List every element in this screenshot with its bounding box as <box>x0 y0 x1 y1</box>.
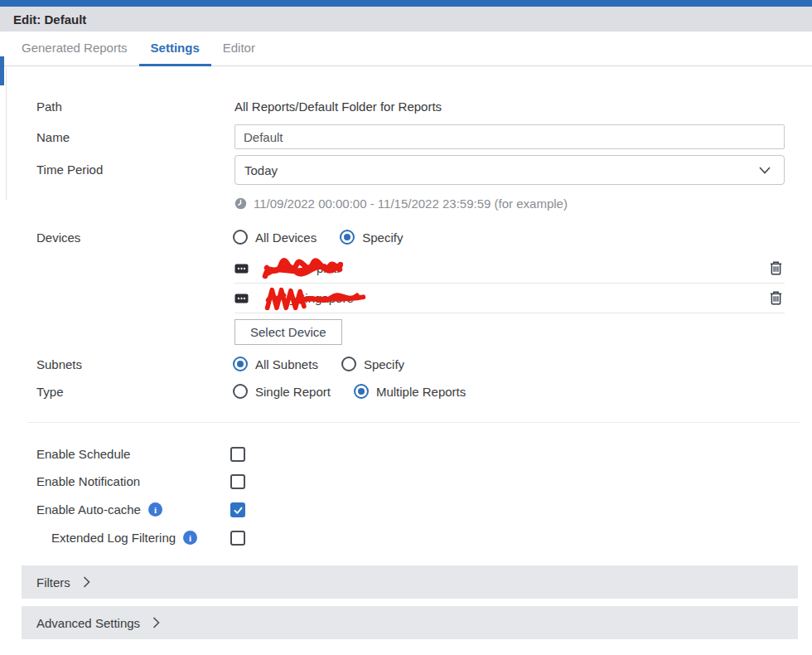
enable-notification-checkbox[interactable] <box>230 474 245 489</box>
time-period-value: Today <box>244 163 278 177</box>
toggle-row-enable-auto-cache: Enable Auto-cache i <box>0 502 812 517</box>
time-range-hint: 11/09/2022 00:00:00 - 11/15/2022 23:59:5… <box>234 196 568 211</box>
left-panel-edge <box>6 67 7 200</box>
section-label: Filters <box>36 575 70 590</box>
left-accent-strip <box>0 56 4 85</box>
tab-bar: Generated Reports Settings Editor <box>0 32 812 66</box>
name-label: Name <box>36 130 70 144</box>
radio-button[interactable] <box>233 230 248 245</box>
toggle-label-text: Enable Schedule <box>36 447 130 461</box>
time-range-text: 11/09/2022 00:00:00 - 11/15/2022 23:59:5… <box>254 196 568 211</box>
device-icon <box>234 264 249 274</box>
checkmark-icon <box>233 505 244 516</box>
time-period-select[interactable]: Today <box>234 155 785 185</box>
radio-multiple-reports[interactable]: Multiple Reports <box>354 384 466 399</box>
radio-label: Specify <box>364 357 404 371</box>
select-device-button[interactable]: Select Device <box>234 319 342 345</box>
chevron-right-icon <box>83 576 90 588</box>
device-row: pital <box>234 254 785 284</box>
radio-button[interactable] <box>341 357 356 371</box>
path-value: All Reports/Default Folder for Reports <box>234 99 442 114</box>
clock-icon <box>234 197 247 210</box>
name-input[interactable] <box>234 124 785 149</box>
device-name-visible-text: pital <box>252 261 340 275</box>
extended-log-filtering-checkbox[interactable] <box>230 531 245 546</box>
radio-label: All Subnets <box>255 357 318 371</box>
toggle-label-text: Enable Notification <box>36 474 140 488</box>
subnets-label: Subnets <box>36 357 82 371</box>
device-icon <box>234 294 249 303</box>
chevron-down-icon <box>759 167 771 174</box>
chevron-right-icon <box>152 617 160 628</box>
tab-editor[interactable]: Editor <box>211 32 267 66</box>
type-radio-group: Single Report Multiple Reports <box>233 384 466 399</box>
radio-label: Specify <box>362 230 403 245</box>
dialog-title: Edit: Default <box>0 7 812 32</box>
enable-auto-cache-checkbox[interactable] <box>230 502 245 517</box>
tab-settings[interactable]: Settings <box>139 32 211 66</box>
tab-generated-reports[interactable]: Generated Reports <box>10 32 139 66</box>
extended-log-filtering-label: Extended Log Filtering i <box>51 531 197 545</box>
device-row: _Singapore <box>234 284 785 313</box>
radio-label: Single Report <box>255 385 331 399</box>
path-label: Path <box>36 99 62 114</box>
enable-schedule-checkbox[interactable] <box>230 447 245 462</box>
delete-device-button[interactable] <box>769 290 783 306</box>
enable-notification-label: Enable Notification <box>36 474 140 488</box>
delete-device-button[interactable] <box>769 260 783 276</box>
radio-all-devices[interactable]: All Devices <box>233 230 317 245</box>
trash-icon <box>769 296 783 308</box>
enable-auto-cache-label: Enable Auto-cache i <box>36 502 162 517</box>
enable-schedule-label: Enable Schedule <box>36 447 130 461</box>
info-icon[interactable]: i <box>183 531 197 545</box>
section-divider <box>27 422 800 423</box>
trash-icon <box>769 266 783 279</box>
edit-report-dialog: Edit: Default Generated Reports Settings… <box>0 0 812 655</box>
selected-device-list: pital <box>234 254 785 313</box>
info-icon[interactable]: i <box>148 502 162 517</box>
top-accent-bar <box>0 0 812 7</box>
toggle-label-text: Extended Log Filtering <box>51 531 176 545</box>
radio-button[interactable] <box>233 357 248 371</box>
section-filters[interactable]: Filters <box>22 565 798 599</box>
type-label: Type <box>36 385 64 399</box>
toggle-row-enable-notification: Enable Notification <box>0 474 812 489</box>
subnets-radio-group: All Subnets Specify <box>233 357 404 371</box>
devices-radio-group: All Devices Specify <box>233 230 403 245</box>
radio-all-subnets[interactable]: All Subnets <box>233 357 318 371</box>
device-name-visible-text: _Singapore <box>252 291 354 305</box>
radio-specify-devices[interactable]: Specify <box>340 230 403 245</box>
devices-label: Devices <box>36 230 80 245</box>
section-advanced-settings[interactable]: Advanced Settings <box>22 606 798 639</box>
time-period-label: Time Period <box>36 163 103 177</box>
toggle-label-text: Enable Auto-cache <box>36 502 141 517</box>
radio-label: Multiple Reports <box>376 385 466 399</box>
radio-button[interactable] <box>233 384 248 399</box>
device-name: _Singapore <box>252 284 769 313</box>
toggle-row-extended-log-filtering: Extended Log Filtering i <box>0 531 812 546</box>
radio-label: All Devices <box>255 230 317 245</box>
radio-button[interactable] <box>354 384 369 399</box>
radio-button[interactable] <box>340 230 355 245</box>
device-name: pital <box>252 254 769 283</box>
section-label: Advanced Settings <box>36 616 140 630</box>
toggle-row-enable-schedule: Enable Schedule <box>0 447 812 462</box>
radio-single-report[interactable]: Single Report <box>233 384 331 399</box>
radio-specify-subnets[interactable]: Specify <box>341 357 404 371</box>
